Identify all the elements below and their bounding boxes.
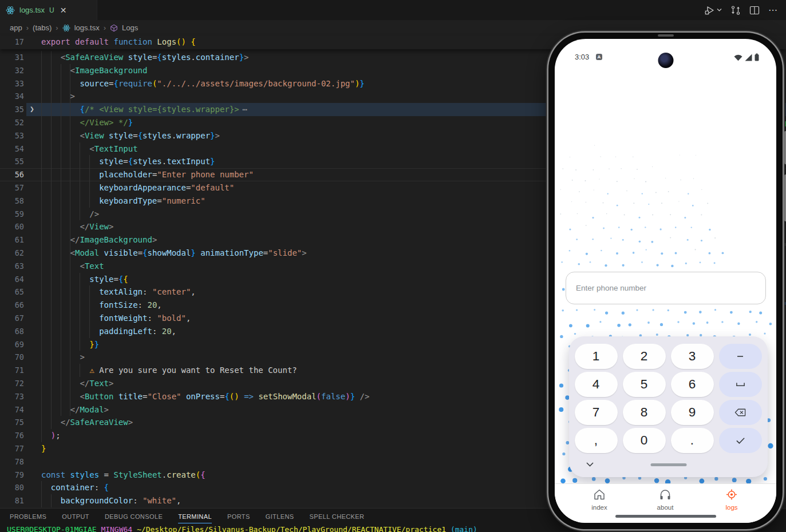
breadcrumb-separator: ›	[26, 23, 29, 32]
overview-ruler-cursor-marker	[783, 302, 785, 305]
line-number: 75	[0, 416, 24, 429]
line-number: 73	[0, 390, 24, 403]
nav-label: index	[574, 504, 625, 511]
react-file-icon	[6, 6, 15, 15]
line-number: 66	[0, 299, 24, 312]
enter-key[interactable]	[719, 428, 762, 453]
line-number: 63	[0, 260, 24, 273]
key-0[interactable]: 0	[623, 428, 666, 453]
overview-ruler-marker	[783, 243, 785, 246]
line-number: 64	[0, 273, 24, 286]
keyboard-collapse-button[interactable]	[586, 459, 594, 469]
compare-changes-icon	[730, 5, 741, 15]
key-1[interactable]: 1	[575, 344, 618, 369]
line-number: 80	[0, 481, 24, 494]
key-3[interactable]: 3	[671, 344, 714, 369]
key-9[interactable]: 9	[671, 400, 714, 425]
breadcrumb-tabs[interactable]: (tabs)	[33, 23, 52, 32]
breadcrumb-separator: ›	[104, 23, 106, 32]
line-number: 55	[0, 155, 24, 168]
chevron-down-icon	[717, 8, 722, 12]
run-or-debug-button[interactable]	[704, 5, 722, 15]
volume-button	[784, 131, 786, 164]
line-number: 33	[0, 77, 24, 90]
phone-number-input[interactable]: Enter phone number	[566, 272, 766, 304]
line-number: 58	[0, 194, 24, 208]
panel-tab-gitlens[interactable]: GITLENS	[266, 510, 294, 523]
check-icon	[736, 436, 745, 444]
tab-title: logs.tsx	[19, 6, 45, 14]
react-file-icon	[62, 24, 70, 32]
line-number: 67	[0, 312, 24, 325]
key-8[interactable]: 8	[623, 400, 666, 425]
panel-tab-debug-console[interactable]: DEBUG CONSOLE	[105, 510, 163, 523]
wifi-icon	[734, 54, 742, 61]
line-number: 62	[0, 247, 24, 260]
nav-item-about[interactable]: about	[639, 489, 691, 511]
panel-tab-spell-checker[interactable]: SPELL CHECKER	[310, 510, 365, 523]
breadcrumb-app[interactable]: app	[10, 23, 22, 32]
line-number: 54	[0, 142, 24, 156]
minus-key[interactable]	[719, 344, 762, 369]
input-placeholder: Enter phone number	[576, 284, 646, 292]
backspace-key[interactable]	[719, 400, 762, 425]
panel-tab-output[interactable]: OUTPUT	[62, 510, 89, 523]
split-editor-button[interactable]	[749, 6, 760, 15]
nav-item-logs[interactable]: logs	[706, 489, 757, 511]
close-icon[interactable]: ✕	[60, 6, 67, 15]
line-number: 65	[0, 285, 24, 299]
power-button	[784, 174, 786, 221]
chevron-down-icon	[586, 462, 594, 467]
space-icon	[736, 382, 745, 387]
breadcrumb-symbol[interactable]: Logs	[122, 23, 138, 32]
breadcrumb-file[interactable]: logs.tsx	[74, 23, 100, 32]
numeric-keypad: 123456789,0.	[569, 336, 768, 477]
line-number: 31	[0, 51, 24, 64]
key-.[interactable]: .	[671, 428, 714, 453]
battery-icon	[755, 53, 759, 61]
key-7[interactable]: 7	[575, 400, 618, 425]
more-actions-button[interactable]: ⋯	[768, 5, 778, 15]
editor-actions: ⋯	[704, 0, 778, 20]
split-editor-icon	[749, 6, 760, 15]
panel-tab-problems[interactable]: PROBLEMS	[10, 510, 46, 523]
front-camera	[658, 53, 673, 68]
nav-item-index[interactable]: index	[574, 489, 625, 511]
phone-mirror-window: 3:03 A Enter phone number 123456789,	[548, 33, 783, 529]
key-5[interactable]: 5	[623, 372, 666, 397]
minus-icon	[736, 352, 745, 361]
phone-screen: 3:03 A Enter phone number 123456789,	[555, 39, 776, 523]
key-6[interactable]: 6	[671, 372, 714, 397]
untracked-badge: U	[49, 6, 54, 14]
status-time: 3:03	[575, 53, 589, 61]
backspace-icon	[734, 408, 746, 417]
line-number: 17	[0, 35, 24, 49]
line-number: 77	[0, 442, 24, 455]
line-number: 71	[0, 364, 24, 377]
key-,[interactable]: ,	[575, 428, 618, 453]
keyboard-drag-handle[interactable]	[650, 463, 686, 466]
line-number: 61	[0, 233, 24, 247]
line-number: 59	[0, 208, 24, 221]
panel-tab-ports[interactable]: PORTS	[227, 510, 250, 523]
tab-logs-tsx[interactable]: logs.tsx U ✕	[0, 0, 97, 20]
home-indicator[interactable]	[615, 515, 716, 518]
key-4[interactable]: 4	[575, 372, 618, 397]
fold-chevron-icon[interactable]: ❯	[30, 103, 34, 116]
line-number: 32	[0, 64, 24, 77]
space-key[interactable]	[719, 372, 762, 397]
panel-tab-terminal[interactable]: TERMINAL	[178, 510, 212, 523]
line-number: 72	[0, 377, 24, 390]
line-number: 52	[0, 116, 24, 129]
line-number: 76	[0, 429, 24, 442]
nav-label: about	[639, 504, 691, 511]
key-2[interactable]: 2	[623, 344, 666, 369]
line-number: 74	[0, 403, 24, 416]
line-number: 78	[0, 455, 24, 469]
open-changes-button[interactable]	[730, 5, 741, 15]
line-number: 57	[0, 181, 24, 194]
line-number: 60	[0, 220, 24, 233]
headphones-icon	[659, 489, 672, 501]
terminal-prompt[interactable]: USER@DESKTOP-01MGIAE MINGW64 ~/Desktop/F…	[7, 525, 477, 532]
line-number: 53	[0, 129, 24, 142]
